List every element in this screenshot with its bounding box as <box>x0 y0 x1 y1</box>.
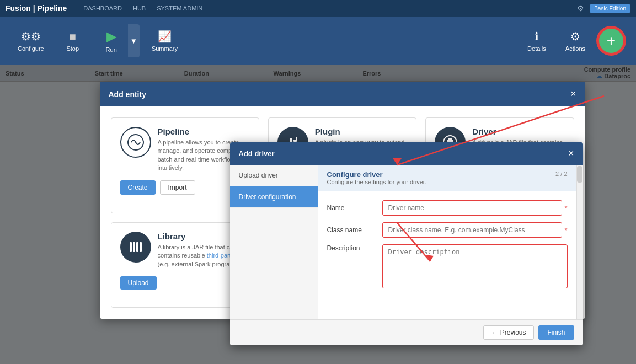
toolbar-right: ℹ Details ⚙ Actions + <box>520 25 625 56</box>
add-driver-modal-title: Add driver <box>239 149 275 158</box>
classname-field-row: Class name * <box>327 222 568 238</box>
name-required: * <box>564 204 567 212</box>
add-driver-modal-body: Upload driver Driver configuration Confi… <box>230 165 583 319</box>
pipeline-import-button[interactable]: Import <box>160 180 195 195</box>
main-content: Status Start time Duration Warnings Erro… <box>0 65 636 364</box>
app-brand: Fusion | Pipeline <box>6 4 67 13</box>
classname-label: Class name <box>327 226 382 234</box>
description-label: Description <box>327 244 382 252</box>
library-upload-button[interactable]: Upload <box>120 276 157 290</box>
top-right-section: ⚙ Basic Edition <box>577 4 630 13</box>
run-dropdown-button[interactable]: ▼ <box>128 24 140 57</box>
add-entity-modal-header: Add entity × <box>100 82 585 106</box>
pipeline-create-button[interactable]: Create <box>120 180 156 195</box>
edition-badge: Basic Edition <box>590 4 630 13</box>
nav-dashboard[interactable]: DASHBOARD <box>83 5 122 12</box>
svg-rect-8 <box>136 242 138 252</box>
add-entity-modal-title: Add entity <box>109 90 146 99</box>
add-driver-modal: Add driver × Upload driver Driver config… <box>230 142 583 345</box>
toolbar: ⚙⚙ Configure ■ Stop ▶ Run ▼ 📈 Summary ℹ … <box>0 17 636 65</box>
nav-system-admin[interactable]: SYSTEM ADMIN <box>157 5 202 12</box>
classname-input[interactable] <box>382 222 563 238</box>
classname-required: * <box>564 226 567 234</box>
description-field-row: Description <box>327 244 568 288</box>
stop-icon: ■ <box>70 30 76 43</box>
svg-rect-3 <box>293 140 297 142</box>
stop-button[interactable]: ■ Stop <box>56 26 89 56</box>
svg-rect-6 <box>130 242 132 252</box>
driver-name: Driver <box>472 127 564 136</box>
driver-sidebar-config[interactable]: Driver configuration <box>230 186 318 208</box>
pipeline-name: Pipeline <box>158 127 250 136</box>
configure-button[interactable]: ⚙⚙ Configure <box>11 25 51 56</box>
add-driver-modal-footer: ← Previous Finish <box>230 319 583 345</box>
add-entity-button[interactable]: + <box>597 27 625 55</box>
actions-button[interactable]: ⚙ Actions <box>559 25 592 56</box>
add-entity-modal-close[interactable]: × <box>570 88 576 100</box>
details-button[interactable]: ℹ Details <box>520 25 553 56</box>
previous-button[interactable]: ← Previous <box>483 325 534 340</box>
svg-rect-4 <box>296 137 297 140</box>
name-input[interactable] <box>382 200 563 216</box>
run-group: ▶ Run ▼ <box>95 24 140 57</box>
name-label: Name <box>327 204 382 212</box>
driver-fields: Name * Class name * Description <box>318 191 576 304</box>
run-icon: ▶ <box>106 29 116 44</box>
finish-button[interactable]: Finish <box>538 325 574 340</box>
driver-sidebar: Upload driver Driver configuration <box>230 165 318 319</box>
settings-icon[interactable]: ⚙ <box>577 4 584 13</box>
driver-form-step: 2 / 2 <box>555 170 567 177</box>
summary-icon: 📈 <box>158 30 172 43</box>
driver-form-subtitle: Configure the settings for your driver. <box>327 179 426 185</box>
pipeline-entity-icon <box>120 127 151 158</box>
plugin-name: Plugin <box>315 127 407 136</box>
svg-rect-7 <box>133 242 135 252</box>
nav-hub[interactable]: HUB <box>133 5 146 12</box>
configure-icon: ⚙⚙ <box>21 30 41 43</box>
svg-rect-9 <box>140 242 142 252</box>
driver-form-title: Configure driver <box>327 170 426 179</box>
summary-button[interactable]: 📈 Summary <box>145 25 184 56</box>
scroll-thumb <box>577 166 582 183</box>
description-input[interactable] <box>382 244 568 288</box>
details-icon: ℹ <box>535 30 539 43</box>
library-entity-icon <box>120 232 151 263</box>
driver-sidebar-upload[interactable]: Upload driver <box>230 165 318 186</box>
driver-form-area: Configure driver Configure the settings … <box>318 165 576 319</box>
top-nav: Fusion | Pipeline DASHBOARD HUB SYSTEM A… <box>0 0 636 17</box>
run-button[interactable]: ▶ Run <box>95 24 128 57</box>
name-field-row: Name * <box>327 200 568 216</box>
driver-scrollbar[interactable] <box>576 165 583 319</box>
nav-links: DASHBOARD HUB SYSTEM ADMIN <box>83 5 202 12</box>
add-driver-modal-header: Add driver × <box>230 142 583 165</box>
add-driver-modal-close[interactable]: × <box>568 148 574 159</box>
actions-icon: ⚙ <box>570 30 580 43</box>
driver-form-header: Configure driver Configure the settings … <box>318 165 576 191</box>
